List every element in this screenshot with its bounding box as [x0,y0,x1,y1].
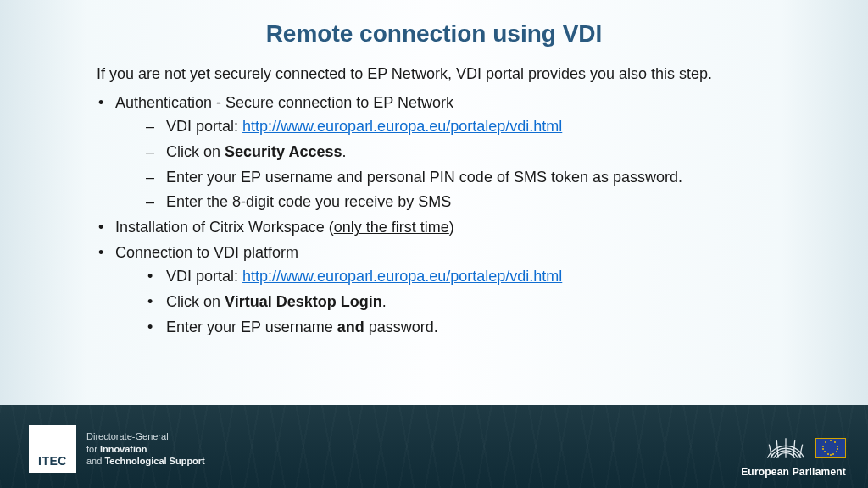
vdi-portal-link[interactable]: http://www.europarl.europa.eu/portalep/v… [242,268,562,285]
list-item: VDI portal: http://www.europarl.europa.e… [146,265,817,289]
sub-list: VDI portal: http://www.europarl.europa.e… [115,115,817,215]
list-text: Authentication - Secure connection to EP… [115,94,453,111]
ep-block: European Parliament [741,434,846,478]
list-text: ) [449,219,454,236]
bold-text: and [337,319,364,336]
list-item: VDI portal: http://www.europarl.europa.e… [146,115,817,139]
ep-label: European Parliament [741,466,846,478]
content-body: If you are not yet securely connected to… [0,63,868,340]
list-item: Installation of Citrix Workspace (only t… [97,216,817,240]
parliament-arc-icon [763,434,809,463]
list-text: Click on [166,143,225,160]
itec-text: Directorate-General for Innovation and T… [86,430,205,469]
itec-line-bold: Technological Support [104,456,204,466]
list-item: Enter the 8-digit code you receive by SM… [146,191,817,214]
itec-line: Directorate-General [86,430,205,443]
list-text: Installation of Citrix Workspace ( [115,219,334,236]
list-text: Enter your EP username [166,319,337,336]
list-item: Click on Virtual Desktop Login. [146,291,817,314]
ep-logo-group [741,434,846,463]
list-text: VDI portal: [166,118,242,135]
underlined-text: only the first time [334,219,449,236]
vdi-portal-link[interactable]: http://www.europarl.europa.eu/portalep/v… [242,118,562,135]
list-text: . [342,143,346,160]
bold-text: Security Access [225,143,342,160]
svg-line-3 [793,440,795,458]
list-item: Click on Security Access. [146,141,817,164]
itec-line-prefix: and [86,456,104,466]
intro-paragraph: If you are not yet securely connected to… [97,63,817,86]
list-item: Enter your EP username and personal PIN … [146,166,817,190]
footer-bar: ITEC Directorate-General for Innovation … [0,405,868,488]
svg-line-1 [776,440,778,458]
itec-line-bold: Innovation [100,444,147,454]
itec-line: and Technological Support [86,455,205,468]
itec-line-prefix: for [86,444,100,454]
slide: Remote connection using VDI If you are n… [0,0,868,488]
list-text: . [382,293,387,310]
itec-logo-text: ITEC [38,454,67,468]
list-text: Connection to VDI platform [115,244,298,261]
page-title: Remote connection using VDI [0,0,868,63]
list-text: Click on [166,293,225,310]
list-text: VDI portal: [166,268,242,285]
sub-list: VDI portal: http://www.europarl.europa.e… [115,265,817,340]
eu-flag-icon [815,438,846,458]
bold-text: Virtual Desktop Login [225,293,382,310]
list-item: Authentication - Secure connection to EP… [97,92,817,214]
itec-block: ITEC Directorate-General for Innovation … [29,425,205,473]
list-item: Enter your EP username and password. [146,316,817,340]
itec-line: for Innovation [86,443,205,456]
itec-logo: ITEC [29,425,76,473]
list-item: Connection to VDI platform VDI portal: h… [97,241,817,340]
bullet-list: Authentication - Secure connection to EP… [97,92,817,340]
list-text: password. [364,319,438,336]
